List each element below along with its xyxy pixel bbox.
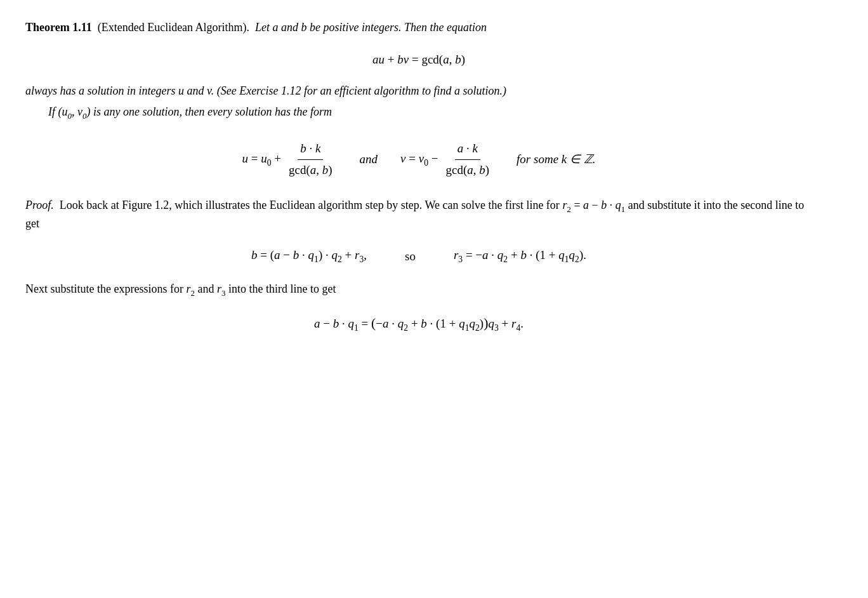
- proof-label: Proof.: [25, 199, 54, 211]
- proof-eq1-right: r3 = −a · q2 + b · (1 + q1q2).: [454, 246, 586, 266]
- proof-eq1-left: b = (a − b · q1) · q2 + r3,: [251, 246, 367, 266]
- proof-eq2-text: a − b · q1 = (−a · q2 + b · (1 + q1q2))q…: [314, 317, 523, 330]
- numerator-ak: a · k: [455, 140, 480, 160]
- numerator-bk: b · k: [298, 140, 323, 160]
- formula-v-text: v = v0 −: [400, 150, 438, 169]
- fraction-bk-gcd: b · k gcd(a, b): [286, 140, 335, 179]
- theorem-label: Theorem 1.11: [25, 21, 92, 34]
- main-equation-text: au + bv = gcd(a, b): [372, 53, 465, 66]
- formula-u-text: u = u0 +: [242, 150, 281, 169]
- fraction-ak-gcd: a · k gcd(a, b): [444, 140, 492, 179]
- formula-u: u = u0 + b · k gcd(a, b): [242, 140, 336, 179]
- denominator-gcd2: gcd(a, b): [444, 160, 492, 180]
- proof-paragraph-1: Proof. Look back at Figure 1.2, which il…: [25, 197, 812, 232]
- proof-section: Proof. Look back at Figure 1.2, which il…: [25, 197, 812, 335]
- formula-v: v = v0 − a · k gcd(a, b): [400, 140, 494, 179]
- theorem-header: Theorem 1.11 (Extended Euclidean Algorit…: [25, 19, 812, 37]
- proof-eq1-so: so: [405, 248, 416, 266]
- proof-equation-2: a − b · q1 = (−a · q2 + b · (1 + q1q2))q…: [25, 313, 812, 335]
- denominator-gcd1: gcd(a, b): [286, 160, 335, 180]
- proof-equation-1: b = (a − b · q1) · q2 + r3, so r3 = −a ·…: [25, 246, 812, 266]
- for-some-text: for some k ∈ ℤ.: [516, 150, 595, 169]
- proof-paragraph-2: Next substitute the expressions for r2 a…: [25, 281, 812, 299]
- solution-form-equation: u = u0 + b · k gcd(a, b) and v = v0 − a …: [25, 140, 812, 179]
- theorem-intro: Let a and b be positive integers. Then t…: [253, 21, 487, 34]
- solution-form-intro: If (u0, v0) is any one solution, then ev…: [25, 103, 812, 122]
- page-content: Theorem 1.11 (Extended Euclidean Algorit…: [25, 19, 812, 335]
- after-equation-paragraph: always has a solution in integers u and …: [25, 83, 812, 100]
- and-word: and: [360, 150, 378, 169]
- theorem-name: (Extended Euclidean Algorithm).: [95, 21, 249, 34]
- main-equation: au + bv = gcd(a, b): [25, 51, 812, 69]
